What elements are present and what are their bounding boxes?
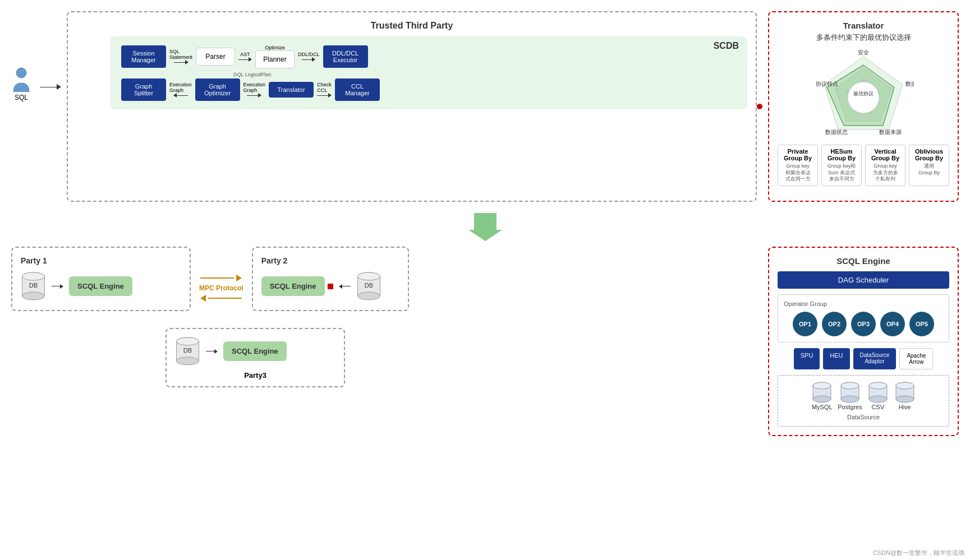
postgres-item: Postgres [838, 381, 862, 410]
sql-label: SQL [15, 94, 28, 101]
translator-panel: Translator 多条件约束下的最优协议选择 最优协议 [768, 11, 959, 202]
datasource-label: DataSource [784, 414, 943, 420]
party2-box: Party 2 SCQL Engine [252, 247, 409, 311]
scql-engine-panel: SCQL Engine DAG Scheduler Operator Group… [768, 247, 959, 436]
red-dot-p2 [328, 284, 333, 289]
ddl-executor-box: DDL/DCLExecutor [323, 45, 368, 68]
exec-graph1-arrow: ExecutionGraph [169, 82, 192, 98]
trusted-party-box: Trusted Third Party SCDB SessionManager … [67, 11, 757, 202]
db3-svg: DB [175, 336, 200, 367]
protocol-hesum: HESumGroup By Group key和Sum 表达式来自不同方 [821, 145, 862, 186]
svg-marker-12 [468, 213, 502, 241]
svg-point-35 [841, 382, 859, 389]
db2-svg: DB [356, 271, 381, 302]
svg-text:协议特点: 协议特点 [816, 81, 838, 87]
scdb-label: SCDB [714, 41, 739, 51]
person-icon [11, 67, 31, 92]
mysql-item: MySQL [811, 381, 833, 410]
graph-splitter-box: GraphSplitter [121, 78, 166, 101]
red-dot-connector [757, 104, 762, 109]
graph-optimizer-box: GraphOptimizer [195, 78, 240, 101]
p3-db-arrow [206, 349, 218, 354]
scql-engine-title: SCQL Engine [778, 256, 949, 266]
svg-point-31 [813, 382, 831, 389]
svg-point-25 [177, 357, 199, 365]
trusted-title: Trusted Third Party [76, 21, 747, 31]
translator-panel-subtitle: 多条件约束下的最优协议选择 [778, 33, 949, 43]
scdb-box: SCDB SessionManager SQLStatement Parser [110, 36, 747, 109]
ddl-dcl-arrow: DDL/DCL [298, 52, 320, 62]
op-circles: OP1 OP2 OP3 OP4 OP5 [784, 312, 943, 336]
party2-engine: SCQL Engine [261, 276, 325, 296]
svg-point-5 [848, 82, 879, 113]
datasource-adaptor: DataSourceAdaptor [853, 348, 897, 369]
watermark: CSDN@数一世繁华，顾半世琉璃 [873, 549, 964, 557]
hive-db-icon [894, 381, 916, 404]
svg-point-26 [177, 337, 199, 345]
op4: OP4 [880, 312, 905, 336]
bottom-section: Party 1 DB [11, 247, 959, 436]
parties-area: Party 1 DB [11, 247, 757, 436]
sql-arrow [40, 84, 61, 90]
components-row: SPU HEU DataSourceAdaptor ApacheArrow [778, 348, 949, 369]
ccl-manager-box: CCLManager [335, 78, 380, 101]
op5: OP5 [909, 312, 934, 336]
party1-db: DB [21, 271, 46, 302]
party3-box-wrapper: DB SCQL Engine Party3 [79, 320, 757, 387]
mpc-arrows-area: MPC Protocol [199, 275, 243, 302]
translator-box-node: Translator [269, 82, 314, 98]
csv-db-icon [867, 381, 889, 404]
party1-box: Party 1 DB [11, 247, 191, 311]
party1-content: DB SCQL Engine [21, 271, 181, 302]
hive-label: Hive [899, 404, 911, 410]
party1-engine: SCQL Engine [69, 276, 132, 296]
svg-point-0 [16, 68, 26, 78]
party3-area: DB SCQL Engine Party3 [79, 320, 757, 387]
op2: OP2 [822, 312, 847, 336]
planner-area: Optimize Planner [255, 45, 295, 68]
svg-text:最优协议: 最优协议 [853, 91, 874, 96]
sql-statement-arrow: SQLStatement [169, 49, 192, 64]
postgres-label: Postgres [838, 404, 862, 410]
planner-box: Planner [255, 50, 295, 68]
mysql-db-icon [811, 381, 833, 404]
party2-db: DB [356, 271, 381, 302]
party3-db: DB [175, 336, 200, 367]
dag-scheduler: DAG Scheduler [778, 271, 949, 289]
svg-text:DB: DB [29, 282, 38, 289]
svg-text:数据状态: 数据状态 [825, 129, 848, 135]
mpc-label: MPC Protocol [199, 284, 243, 292]
hive-item: Hive [894, 381, 916, 410]
protocol-vertical: VerticalGroup By Group key为多方的多个私有列 [865, 145, 905, 186]
party2-title: Party 2 [261, 256, 399, 265]
ast-arrow: AST [238, 52, 252, 62]
big-arrow-down [11, 213, 959, 241]
svg-text:数据类型: 数据类型 [905, 81, 914, 87]
svg-text:数据来源: 数据来源 [879, 129, 902, 135]
db1-svg: DB [21, 271, 46, 302]
svg-text:安全: 安全 [858, 49, 869, 55]
op1: OP1 [793, 312, 817, 336]
radar-area: 最优协议 安全 数据类型 数据来源 数据状态 协议特点 [778, 48, 949, 138]
datasource-row: MySQL Postgres [784, 381, 943, 410]
mysql-label: MySQL [812, 404, 833, 410]
party3-content: DB SCQL Engine [175, 336, 335, 367]
down-arrow-svg [468, 213, 502, 241]
radar-chart: 最优协议 安全 数据类型 数据来源 数据状态 协议特点 [813, 48, 914, 138]
check-ccl-arrow: CheckCCL [317, 82, 332, 98]
csv-item: CSV [867, 381, 889, 410]
exec-graph2-arrow: ExecutionGraph [243, 82, 266, 98]
op3: OP3 [851, 312, 876, 336]
heu-component: HEU [823, 348, 849, 369]
party3-box: DB SCQL Engine Party3 [166, 328, 345, 387]
left-arrow [200, 295, 242, 302]
svg-point-38 [869, 396, 887, 402]
parser-box: Parser [196, 48, 235, 66]
svg-text:DB: DB [364, 282, 373, 289]
user-area: SQL [11, 67, 31, 101]
apache-arrow: ApacheArrow [899, 348, 933, 369]
svg-point-43 [896, 382, 914, 389]
bottom-flow-row: GraphSplitter ExecutionGraph GraphOptimi… [121, 78, 736, 101]
operator-group-label: Operator Group [784, 300, 943, 307]
right-arrow [200, 275, 242, 281]
